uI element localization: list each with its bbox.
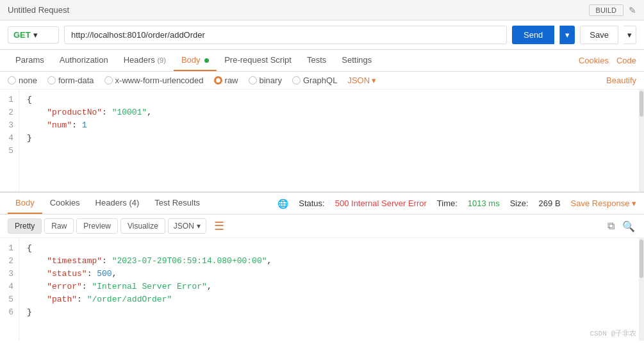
time-value: 1013 ms: [468, 199, 500, 208]
resp-line-2: "timestamp": "2023-07-29T06:59:14.080+00…: [27, 255, 636, 268]
resp-headers-badge: (4): [129, 198, 139, 207]
response-line-numbers: 1 2 3 4 5 6: [0, 238, 19, 341]
radio-urlencoded: [104, 76, 113, 85]
resp-line-4: "error": "Internal Server Error",: [27, 280, 636, 293]
request-title: Untitled Request: [8, 5, 69, 15]
body-dot: [204, 58, 209, 63]
code-link[interactable]: Code: [616, 56, 636, 65]
globe-icon: 🌐: [277, 199, 288, 209]
tab-body[interactable]: Body: [174, 50, 217, 71]
method-chevron-icon: ▾: [33, 30, 38, 40]
resp-tab-headers[interactable]: Headers (4): [88, 193, 147, 214]
url-bar: GET ▾ Send ▾ Save ▾: [0, 20, 644, 50]
response-code-content[interactable]: { "timestamp": "2023-07-29T06:59:14.080+…: [19, 238, 644, 341]
time-label: Time:: [437, 199, 458, 208]
request-scrollbar[interactable]: [639, 90, 644, 191]
format-json-select[interactable]: JSON ▾: [347, 76, 376, 85]
body-options: none form-data x-www-form-urlencoded raw…: [0, 72, 644, 90]
radio-graphql: [292, 76, 301, 85]
response-format-select[interactable]: JSON ▾: [168, 218, 206, 234]
response-status: 🌐 Status: 500 Internal Server Error Time…: [277, 199, 636, 209]
radio-none: [8, 76, 16, 85]
format-tab-visualize[interactable]: Visualize: [120, 218, 165, 234]
req-line-2: "productNo": "10001",: [27, 106, 631, 119]
resp-line-6: }: [27, 306, 636, 319]
response-scrollbar[interactable]: [639, 238, 644, 341]
save-button[interactable]: Save: [580, 26, 618, 44]
req-tab-right-links: Cookies Code: [579, 56, 636, 65]
save-dropdown-button[interactable]: ▾: [623, 26, 636, 44]
request-tabs: Params Authorization Headers (9) Body Pr…: [0, 50, 644, 72]
option-formdata[interactable]: form-data: [47, 76, 94, 85]
tab-prerequest[interactable]: Pre-request Script: [217, 50, 299, 71]
radio-binary: [249, 76, 257, 85]
build-button[interactable]: BUILD: [589, 4, 623, 16]
watermark: CSDN @子非农: [590, 329, 636, 338]
option-none[interactable]: none: [8, 76, 37, 85]
tab-params[interactable]: Params: [8, 50, 52, 71]
resp-tab-body[interactable]: Body: [8, 193, 42, 214]
request-scrollbar-thumb: [640, 91, 643, 117]
request-code-content[interactable]: { "productNo": "10001", "num": 1 }: [19, 90, 639, 191]
edit-icon: ✎: [629, 5, 636, 15]
search-icon[interactable]: 🔍: [621, 219, 636, 234]
method-text: GET: [13, 30, 31, 40]
top-bar: Untitled Request BUILD ✎: [0, 0, 644, 20]
tab-tests[interactable]: Tests: [299, 50, 334, 71]
radio-raw: [214, 76, 222, 85]
resp-line-5: "path": "/order/addOrder": [27, 293, 636, 306]
method-selector[interactable]: GET ▾: [8, 26, 59, 44]
resp-right-icons: ⧉ 🔍: [606, 219, 636, 234]
tab-headers[interactable]: Headers (9): [116, 50, 174, 71]
status-label-text: Status:: [299, 199, 324, 208]
option-binary[interactable]: binary: [249, 76, 282, 85]
headers-badge: (9): [157, 56, 165, 64]
format-tab-raw[interactable]: Raw: [44, 218, 74, 234]
status-code: 500 Internal Server Error: [335, 199, 427, 208]
req-line-3: "num": 1: [27, 119, 631, 132]
option-raw[interactable]: raw: [214, 76, 238, 85]
response-format-bar: Pretty Raw Preview Visualize JSON ▾ ☰ ⧉ …: [0, 215, 644, 238]
req-line-4: }: [27, 132, 631, 145]
tab-authorization[interactable]: Authorization: [52, 50, 116, 71]
req-line-1: {: [27, 93, 631, 106]
resp-line-1: {: [27, 242, 636, 255]
edit-icon-button[interactable]: ✎: [629, 5, 636, 15]
response-code-area: 1 2 3 4 5 6 { "timestamp": "2023-07-29T0…: [0, 238, 644, 341]
json-chevron-icon: ▾: [372, 76, 376, 85]
send-dropdown-button[interactable]: ▾: [559, 26, 575, 44]
option-urlencoded[interactable]: x-www-form-urlencoded: [104, 76, 204, 85]
copy-icon[interactable]: ⧉: [606, 219, 616, 233]
radio-formdata: [47, 76, 56, 85]
save-response-button[interactable]: Save Response ▾: [571, 199, 636, 208]
wrap-lines-icon[interactable]: ☰: [214, 219, 224, 233]
size-value: 269 B: [539, 199, 561, 208]
response-tabs-bar: Body Cookies Headers (4) Test Results 🌐 …: [0, 192, 644, 215]
top-bar-right: BUILD ✎: [589, 4, 636, 16]
resp-line-3: "status": 500,: [27, 268, 636, 280]
size-label: Size:: [510, 199, 529, 208]
tab-settings[interactable]: Settings: [334, 50, 379, 71]
response-scrollbar-thumb: [640, 239, 643, 278]
beautify-button[interactable]: Beautify: [606, 76, 636, 85]
resp-tab-cookies[interactable]: Cookies: [42, 193, 88, 214]
request-line-numbers: 1 2 3 4 5: [0, 90, 19, 191]
cookies-link[interactable]: Cookies: [579, 56, 609, 65]
option-graphql[interactable]: GraphQL: [292, 76, 337, 85]
resp-tab-testresults[interactable]: Test Results: [147, 193, 208, 214]
request-code-editor: 1 2 3 4 5 { "productNo": "10001", "num":…: [0, 90, 644, 192]
resp-format-chevron: ▾: [197, 222, 201, 231]
send-button[interactable]: Send: [512, 26, 554, 44]
format-tab-preview[interactable]: Preview: [76, 218, 118, 234]
url-input[interactable]: [64, 26, 507, 44]
format-tab-pretty[interactable]: Pretty: [8, 218, 42, 234]
